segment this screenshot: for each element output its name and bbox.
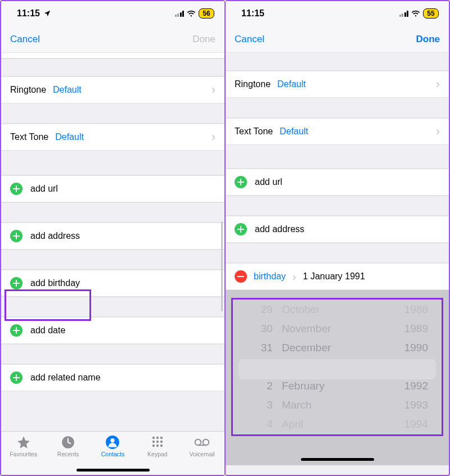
svg-point-7 — [156, 441, 159, 443]
birthday-value: 1 January 1991 — [303, 271, 365, 282]
content-area: Ringtone Default › Text Tone Default › a… — [1, 53, 224, 391]
chevron-right-icon: › — [292, 270, 296, 283]
home-indicator[interactable] — [76, 469, 150, 472]
wifi-icon — [187, 10, 196, 17]
plus-icon — [10, 324, 22, 337]
battery-indicator: 55 — [423, 8, 439, 19]
svg-point-10 — [156, 445, 159, 447]
screenshot-right: 11:15 55 Cancel Done Ringtone Default › … — [225, 0, 450, 476]
annotation-highlight-picker: 28 29 30 31 1 2 3 4 5 September October … — [231, 298, 443, 436]
tab-keypad[interactable]: Keypad — [138, 435, 177, 457]
tab-bar: Favourites Recents Contacts Keypad Voice… — [1, 431, 224, 475]
tab-contacts[interactable]: Contacts — [93, 435, 132, 457]
birthday-row[interactable]: birthday › 1 January 1991 — [226, 263, 449, 290]
svg-point-4 — [156, 437, 159, 439]
nav-bar: Cancel Done — [1, 26, 224, 53]
add-date-row[interactable]: add date — [1, 317, 224, 344]
minus-icon[interactable] — [235, 270, 247, 283]
status-bar: 11:15 56 — [1, 1, 224, 26]
svg-point-12 — [195, 439, 201, 446]
plus-icon — [235, 223, 247, 235]
add-address-row[interactable]: add address — [1, 223, 224, 250]
status-time: 11:15 — [17, 8, 40, 19]
ringtone-row[interactable]: Ringtone Default › — [1, 76, 224, 103]
status-bar: 11:15 55 — [226, 1, 449, 26]
person-icon — [105, 435, 120, 450]
add-address-label: add address — [255, 224, 304, 234]
tab-favourites[interactable]: Favourites — [4, 435, 43, 457]
tab-voicemail-label: Voicemail — [190, 451, 215, 457]
tab-voicemail[interactable]: Voicemail — [182, 435, 222, 457]
add-related-name-label: add related name — [30, 373, 101, 383]
scroll-indicator — [221, 221, 223, 311]
done-button[interactable]: Done — [416, 34, 440, 45]
ringtone-row[interactable]: Ringtone Default › — [226, 71, 449, 98]
battery-indicator: 56 — [199, 8, 214, 19]
cancel-button[interactable]: Cancel — [10, 34, 40, 45]
add-url-row[interactable]: add url — [226, 169, 449, 196]
add-birthday-label: add birthday — [30, 278, 80, 288]
plus-icon — [235, 176, 247, 188]
tab-recents-label: Recents — [57, 451, 79, 457]
content-area: Ringtone Default › Text Tone Default › a… — [226, 53, 449, 465]
texttone-row[interactable]: Text Tone Default › — [1, 124, 224, 151]
done-button[interactable]: Done — [192, 34, 215, 45]
tab-favourites-label: Favourites — [10, 451, 37, 457]
svg-point-5 — [160, 437, 163, 439]
add-url-label: add url — [255, 177, 282, 187]
screenshot-left: 11:15 56 Cancel Done Ringtone Default › … — [0, 0, 225, 476]
svg-rect-15 — [237, 276, 244, 277]
home-indicator[interactable] — [301, 458, 374, 461]
voicemail-icon — [194, 435, 210, 450]
svg-point-11 — [160, 445, 163, 447]
add-related-name-row[interactable]: add related name — [1, 364, 224, 391]
add-url-row[interactable]: add url — [1, 175, 224, 202]
add-birthday-row[interactable]: add birthday — [1, 270, 224, 297]
tab-keypad-label: Keypad — [147, 451, 168, 457]
ringtone-value: Default — [53, 85, 212, 95]
texttone-value: Default — [55, 132, 211, 142]
texttone-value: Default — [280, 126, 435, 137]
plus-icon — [10, 277, 22, 289]
ringtone-label: Ringtone — [10, 85, 46, 95]
cancel-button[interactable]: Cancel — [235, 34, 264, 45]
svg-point-6 — [152, 441, 155, 443]
plus-icon — [10, 371, 22, 384]
location-icon — [43, 10, 51, 17]
svg-point-13 — [203, 439, 209, 446]
svg-point-8 — [160, 441, 163, 443]
tab-contacts-label: Contacts — [101, 451, 124, 457]
chevron-right-icon: › — [436, 78, 440, 90]
add-address-row[interactable]: add address — [226, 216, 449, 243]
nav-bar: Cancel Done — [226, 26, 449, 53]
tab-recents[interactable]: Recents — [48, 435, 88, 457]
texttone-label: Text Tone — [235, 126, 273, 137]
svg-point-3 — [152, 437, 155, 439]
ringtone-label: Ringtone — [235, 79, 271, 89]
svg-point-2 — [111, 438, 115, 442]
birthday-label: birthday — [254, 271, 286, 282]
plus-icon — [10, 183, 22, 195]
status-time: 11:15 — [241, 8, 264, 19]
chevron-right-icon: › — [212, 84, 215, 96]
wifi-icon — [411, 10, 420, 17]
chevron-right-icon: › — [436, 125, 440, 138]
plus-icon — [10, 230, 22, 242]
texttone-row[interactable]: Text Tone Default › — [226, 118, 449, 145]
svg-point-9 — [152, 445, 155, 447]
add-url-label: add url — [30, 184, 58, 194]
keypad-icon — [150, 435, 165, 450]
chevron-right-icon: › — [212, 131, 215, 143]
date-picker[interactable]: 28 29 30 31 1 2 3 4 5 September October … — [226, 290, 449, 465]
clock-icon — [60, 435, 76, 450]
ringtone-value: Default — [277, 79, 436, 89]
cellular-icon — [399, 11, 409, 17]
add-address-label: add address — [30, 231, 80, 241]
star-icon — [16, 435, 32, 450]
texttone-label: Text Tone — [10, 132, 48, 142]
cellular-icon — [175, 11, 184, 17]
add-date-label: add date — [30, 325, 65, 336]
